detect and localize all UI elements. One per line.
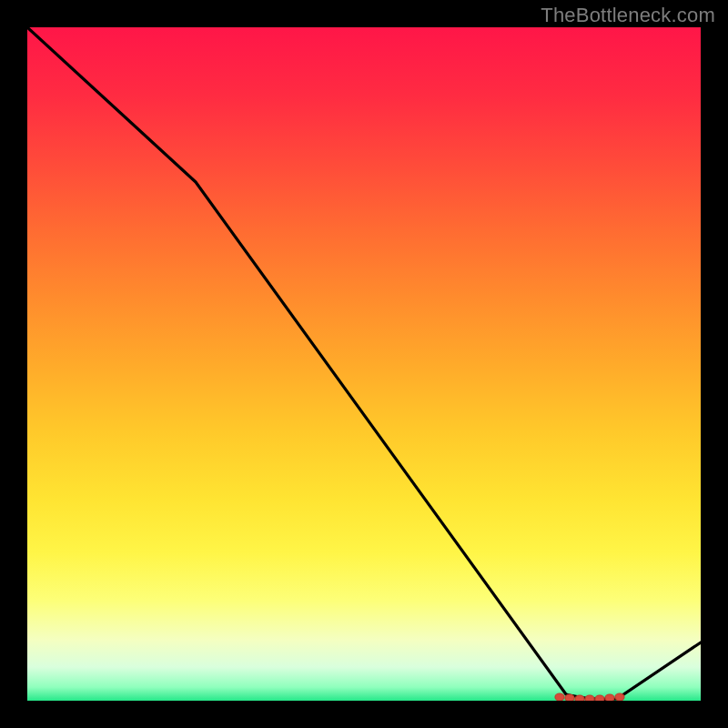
- bottleneck-line: [27, 27, 701, 699]
- svg-point-2: [575, 695, 584, 701]
- curve-svg: [27, 27, 701, 701]
- svg-point-4: [595, 695, 604, 701]
- svg-point-5: [605, 694, 614, 701]
- svg-point-1: [565, 694, 574, 701]
- svg-point-3: [585, 695, 594, 701]
- plot-area: [27, 27, 701, 701]
- chart-frame: TheBottleneck.com: [0, 0, 728, 728]
- attribution-text: TheBottleneck.com: [541, 4, 715, 27]
- svg-point-0: [555, 693, 564, 701]
- svg-point-6: [615, 693, 624, 701]
